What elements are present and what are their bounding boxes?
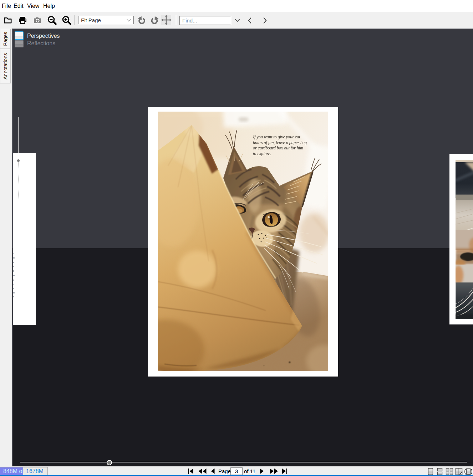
svg-text:If you want to give your cat: If you want to give your cat xyxy=(253,134,300,139)
svg-text:or cardboard box out for him: or cardboard box out for him xyxy=(253,145,303,150)
svg-text:to explore.: to explore. xyxy=(253,151,271,156)
svg-text:Page: Page xyxy=(218,468,231,474)
svg-text:of 11: of 11 xyxy=(244,468,255,474)
svg-text:hours of fun, leave a paper ba: hours of fun, leave a paper bag xyxy=(253,140,307,145)
svg-text:3: 3 xyxy=(235,468,238,474)
